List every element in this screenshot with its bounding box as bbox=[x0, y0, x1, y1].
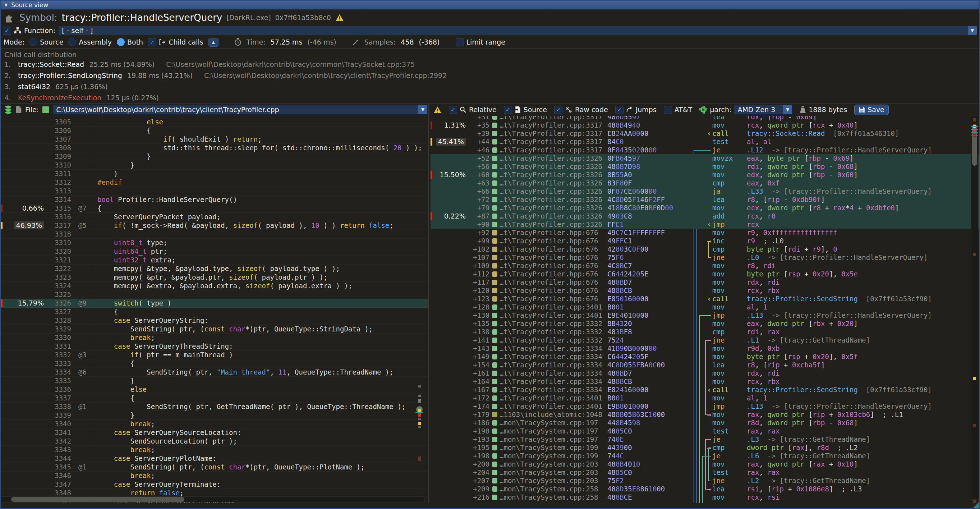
source-line[interactable]: 15.79%3326@9 switch( type ) bbox=[1, 299, 428, 308]
asm-row[interactable]: +143…t\TracyProfiler.cpp:333441B90B00000… bbox=[431, 344, 979, 353]
chevron-down-icon[interactable]: ▼ bbox=[418, 105, 427, 114]
asm-row[interactable]: +56…t\TracyProfiler.cpp:3326488B7D98movr… bbox=[431, 162, 979, 171]
collapse-icon[interactable]: ▼ bbox=[4, 3, 8, 8]
window-titlebar[interactable]: ▼ Source view bbox=[1, 1, 979, 10]
asm-row[interactable]: +138…t\TracyProfiler.cpp:3332483BF8cmprd… bbox=[431, 328, 979, 336]
file-select[interactable]: C:\Users\wolf\Desktop\darkrl\contrib\tra… bbox=[52, 105, 428, 115]
source-line[interactable]: 3331 case ServerQueryThreadString: bbox=[1, 342, 428, 351]
asm-row[interactable]: +207…mon\TracySystem.cpp:20375F2jne.L2 -… bbox=[431, 477, 979, 485]
source-hscrollbar[interactable] bbox=[1, 496, 425, 503]
function-select[interactable]: [ - self - ] ▼ bbox=[58, 26, 977, 35]
source-line[interactable]: 3329 SendString( ptr, (const char*)ptr, … bbox=[1, 325, 428, 334]
asm-row[interactable]: +141…t\TracyProfiler.cpp:33327524jne.L1 … bbox=[431, 336, 979, 344]
source-line[interactable]: 46.93%3317@5 if( !m_sock->Read( &payload… bbox=[1, 221, 428, 230]
source-line[interactable]: 3306 { bbox=[1, 127, 428, 135]
chevron-down-icon[interactable]: ▼ bbox=[968, 26, 977, 35]
asm-row[interactable]: +99…t\TracyProfiler.hpp:67649FFC1→incr9 … bbox=[431, 237, 979, 245]
asm-row[interactable]: +39…t\TracyProfiler.cpp:3317E824AA0000‹c… bbox=[431, 129, 979, 138]
child-call-item[interactable]: 4.KeSynchronizeExecution125 µs (0.27%) bbox=[4, 92, 979, 103]
asm-row[interactable]: +46…t\TracyProfiler.cpp:33170F8435020000… bbox=[431, 146, 979, 154]
child-call-item[interactable]: 2.tracy::Profiler::SendLongString19.88 m… bbox=[4, 70, 979, 81]
source-line[interactable]: 3321 uint32_t extra; bbox=[1, 256, 428, 264]
relative-toggle[interactable]: ✓ Relative bbox=[449, 106, 496, 114]
asm-row[interactable]: +112…t\TracyProfiler.hpp:676C64424205Emo… bbox=[431, 270, 979, 278]
asm-row[interactable]: +135…t\TracyProfiler.cpp:33328B4320movea… bbox=[431, 320, 979, 328]
raw-code-checkbox[interactable]: ✓ bbox=[554, 106, 562, 114]
asm-row[interactable]: +92…t\TracyProfiler.hpp:67649C7C1FFFFFFF… bbox=[431, 229, 979, 237]
source-line[interactable]: 3322 memcpy( &type, &payload.type, sizeo… bbox=[1, 264, 428, 273]
source-line[interactable]: 3335 } bbox=[1, 377, 428, 385]
source-line[interactable]: 3346 break; bbox=[1, 472, 428, 480]
asm-row[interactable]: +179…1103\include\atomic:1048488B05B63C1… bbox=[431, 410, 979, 419]
mode-radio-source[interactable]: Source bbox=[29, 38, 63, 46]
child-calls-toggle[interactable]: ✓ Child calls bbox=[148, 38, 204, 46]
asm-row[interactable]: +198…mon\TracySystem.cpp:199744Cje.L6 ->… bbox=[431, 452, 979, 460]
source-line[interactable]: 3308 std::this_thread::sleep_for( std::c… bbox=[1, 144, 428, 153]
source-line[interactable]: 3314bool Profiler::HandleServerQuery() bbox=[1, 196, 428, 204]
asm-row[interactable]: +123…t\TracyProfiler.hpp:676E850160000‹c… bbox=[431, 295, 979, 303]
asm-row[interactable]: +209…mon\TracySystem.cpp:258488D35E88610… bbox=[431, 485, 979, 493]
parent-symbol-button[interactable]: ▲ bbox=[208, 38, 218, 47]
source-line[interactable]: 3307 if( shouldExit ) return; bbox=[1, 135, 428, 144]
asm-row[interactable]: +52…t\TracyProfiler.cpp:33260FB64597movz… bbox=[431, 154, 979, 162]
att-toggle[interactable]: ✓ AT&T bbox=[664, 106, 692, 114]
limit-range-checkbox[interactable]: ✓ bbox=[456, 38, 464, 46]
asm-row[interactable]: +109…t\TracyProfiler.hpp:6764C8BC7movr8,… bbox=[431, 262, 979, 270]
source-line[interactable]: 3319 uint8_t type; bbox=[1, 239, 428, 247]
asm-row[interactable]: +172…t\TracyProfiler.cpp:3401B001moval, … bbox=[431, 394, 979, 402]
source-line[interactable]: 3342 SendSourceLocation( ptr ); bbox=[1, 437, 428, 446]
asm-row[interactable]: +154…t\TracyProfiler.cpp:33344C8D055FBA0… bbox=[431, 361, 979, 369]
source-line[interactable]: 3312#endif bbox=[1, 178, 428, 187]
asm-row[interactable]: +193…mon\TracySystem.cpp:197740Eje.L3 ->… bbox=[431, 435, 979, 444]
scrollbar-thumb[interactable] bbox=[11, 497, 185, 502]
save-button[interactable]: Save bbox=[854, 105, 889, 115]
asm-row[interactable]: +174…t\TracyProfiler.cpp:3401E9B8010000j… bbox=[431, 402, 979, 410]
uarch-select[interactable]: AMD Zen 3 ▼ bbox=[734, 105, 792, 115]
raw-code-toggle[interactable]: ✓ Raw code bbox=[554, 106, 608, 114]
source-line[interactable]: 3337 { bbox=[1, 394, 428, 402]
source-line[interactable]: 3344 case ServerQueryPlotName: bbox=[1, 454, 428, 463]
asm-row[interactable]: 0.22%+87…t\TracyProfiler.cpp:33264903C8a… bbox=[431, 212, 979, 220]
source-checkbox[interactable]: ✓ bbox=[504, 106, 512, 114]
source-line[interactable]: 3328 case ServerQueryString: bbox=[1, 317, 428, 325]
asm-row[interactable]: +128…t\TracyProfiler.cpp:3401B001moval, … bbox=[431, 303, 979, 311]
source-line[interactable]: 3305 else bbox=[1, 118, 428, 127]
asm-row[interactable]: +216…mon\TracySystem.cpp:258488BCEmovrcx… bbox=[431, 493, 979, 501]
source-line[interactable]: 3330 break; bbox=[1, 334, 428, 342]
source-line[interactable]: 3338@1 SendString( ptr, GetThreadName( p… bbox=[1, 402, 428, 411]
source-line[interactable]: 3340 break; bbox=[1, 420, 428, 428]
chevron-down-icon[interactable]: ▼ bbox=[783, 105, 792, 114]
jumps-toggle[interactable]: ✓ Jumps bbox=[615, 106, 657, 114]
asm-row[interactable]: +31…t\TracyProfiler.cpp:3317488D5597lear… bbox=[431, 116, 979, 121]
source-line[interactable]: 0.66%3315@7{ bbox=[1, 204, 428, 213]
source-line[interactable]: 3313 bbox=[1, 187, 428, 196]
asm-row[interactable]: +186…mon\TracySystem.cpp:197448B4598movr… bbox=[431, 419, 979, 427]
jumps-checkbox[interactable]: ✓ bbox=[615, 106, 624, 114]
asm-row[interactable]: +161…t\TracyProfiler.cpp:3334488BD7movrd… bbox=[431, 369, 979, 377]
att-checkbox[interactable]: ✓ bbox=[664, 106, 672, 114]
asm-row[interactable]: +66…t\TracyProfiler.cpp:33260F87CE060000… bbox=[431, 187, 979, 196]
source-line[interactable]: 3333 { bbox=[1, 359, 428, 368]
radio-icon[interactable] bbox=[117, 38, 125, 46]
asm-row[interactable]: +79…t\TracyProfiler.cpp:3326418B8C80E0BF… bbox=[431, 204, 979, 212]
asm-row[interactable]: +72…t\TracyProfiler.cpp:33264C8D05F146F2… bbox=[431, 196, 979, 204]
child-calls-checkbox[interactable]: ✓ bbox=[148, 38, 156, 46]
asm-row[interactable]: 15.50%+60…t\TracyProfiler.cpp:33268B55A0… bbox=[431, 171, 979, 179]
source-line[interactable]: 3345@1 SendString( ptr, (const char*)ptr… bbox=[1, 463, 428, 472]
source-line[interactable]: 3332@3 if( ptr == m_mainThread ) bbox=[1, 351, 428, 359]
source-line[interactable]: 3309 } bbox=[1, 153, 428, 161]
child-call-item[interactable]: 3.stat64i32625 µs (1.36%) bbox=[4, 81, 979, 92]
source-line[interactable]: 3324 memcpy( &extra, &payload.extra, siz… bbox=[1, 282, 428, 290]
source-line[interactable]: 3334@6 SendString( ptr, "Main thread", 1… bbox=[1, 368, 428, 377]
radio-icon[interactable] bbox=[68, 38, 76, 46]
asm-row[interactable]: +190…mon\TracySystem.cpp:1974885C0testra… bbox=[431, 427, 979, 435]
source-toggle[interactable]: ✓ Source bbox=[504, 106, 547, 114]
source-line[interactable]: 3339 } bbox=[1, 411, 428, 420]
asm-row[interactable]: 1.31%+35…t\TracyProfiler.cpp:3317488B494… bbox=[431, 121, 979, 129]
asm-row[interactable]: +195…mon\TracySystem.cpp:199443900→cmpdw… bbox=[431, 444, 979, 452]
source-line[interactable]: 3318 bbox=[1, 230, 428, 239]
asm-row[interactable]: +117…t\TracyProfiler.hpp:676488BD7movrdx… bbox=[431, 278, 979, 286]
assembly-scrollbar[interactable] bbox=[971, 116, 978, 499]
asm-row[interactable]: 45.41%+44…t\TracyProfiler.cpp:331784C0te… bbox=[431, 138, 979, 146]
source-line[interactable]: 3341 case ServerQuerySourceLocation: bbox=[1, 428, 428, 437]
